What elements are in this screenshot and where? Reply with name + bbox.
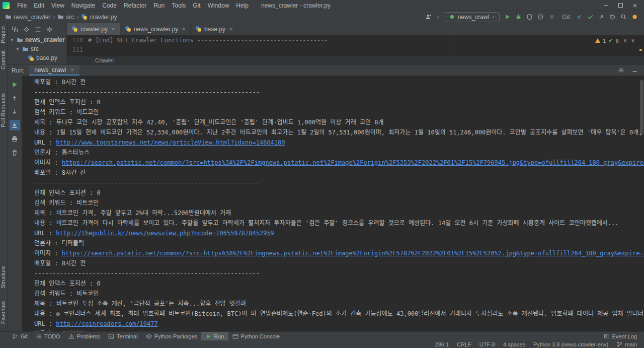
tool-window-button-commit[interactable]: Commit [0, 50, 8, 69]
console-text: 배포일 : 8시간 전 [34, 169, 86, 176]
toolwindow-button-terminal[interactable]: Terminal [104, 332, 142, 340]
maximize-icon[interactable] [618, 3, 623, 8]
python-interpreter[interactable]: Python 3.8 (news-crawler-env) [533, 341, 608, 347]
console-link[interactable]: http://thepublic.kr/news/newsview.php?nc… [56, 230, 274, 237]
close-icon[interactable]: × [70, 66, 74, 73]
debug-icon[interactable] [515, 14, 522, 20]
close-icon[interactable]: × [182, 26, 186, 32]
tool-window-button-project[interactable]: Project [0, 26, 8, 43]
code-with-me-icon[interactable] [425, 14, 432, 20]
console-link[interactable]: http://www.topstarnews.net/news/articleV… [56, 139, 285, 146]
toolwindow-button-python-packages[interactable]: Python Packages [142, 332, 202, 340]
python-icon [71, 26, 78, 32]
menu-help[interactable]: Help [232, 1, 252, 10]
tool-window-button-structure[interactable]: Structure [0, 266, 8, 289]
minimize-icon[interactable] [604, 5, 608, 6]
close-icon[interactable]: × [229, 26, 233, 32]
toolwindow-button-label: Python Console [241, 333, 280, 339]
console-text: 현재 인덱스 포지션 : 0 [34, 280, 101, 287]
scrollbar[interactable] [640, 80, 643, 135]
run-config-selector[interactable]: news_crawl [445, 12, 500, 22]
line-number: 110 [67, 36, 83, 45]
toolwindow-button-todo[interactable]: TODO [32, 332, 64, 340]
todo-icon [36, 333, 42, 339]
menu-code[interactable]: Code [99, 1, 120, 10]
console-link[interactable]: http://coinreaders.com/19477 [56, 320, 157, 327]
chevron-down-icon[interactable]: ▾ [10, 37, 15, 42]
search-icon[interactable] [620, 14, 627, 20]
settings-icon[interactable] [46, 26, 53, 33]
console-link[interactable]: https://search.pstatic.net/common/?src=h… [62, 159, 644, 166]
stop-icon[interactable] [548, 14, 555, 20]
rollback-icon[interactable] [609, 14, 616, 20]
breadcrumb-item-src[interactable]: src [56, 14, 75, 21]
print-icon[interactable] [10, 133, 20, 144]
notifications-icon[interactable] [631, 14, 638, 20]
menu-git[interactable]: Git [189, 1, 204, 10]
close-icon[interactable]: × [633, 3, 637, 8]
menu-view[interactable]: View [48, 1, 68, 10]
toolwindow-button-git[interactable]: Git [8, 332, 32, 340]
close-icon[interactable]: × [111, 26, 115, 32]
profiler-icon[interactable] [537, 14, 544, 20]
run-icon[interactable] [504, 14, 511, 20]
tree-item-src[interactable]: ▾src [8, 44, 66, 53]
menu-tools[interactable]: Tools [168, 1, 189, 10]
menu-window[interactable]: Window [204, 1, 233, 10]
coverage-icon[interactable] [526, 14, 533, 20]
git-label: Git: [562, 14, 572, 21]
git-branch-widget[interactable]: main [616, 341, 637, 347]
rerun-icon[interactable] [10, 79, 20, 90]
toolwindow-button-run[interactable]: Run [201, 332, 228, 340]
editor[interactable]: 110111 # [End] NFT Crawler Functions ---… [67, 35, 644, 56]
line-ending[interactable]: CRLF [457, 341, 471, 347]
breadcrumb-scope[interactable]: Crawler [95, 57, 114, 63]
pycharm-window: FileEditViewNavigateCodeRefactorRunTools… [0, 0, 644, 348]
tree-item-base-py[interactable]: base.py [8, 53, 66, 62]
tool-window-button-favorites[interactable]: Favorites [0, 301, 8, 324]
run-panel-header: Run: news_crawl × [8, 65, 644, 76]
console-link[interactable]: https://search.pstatic.net/common/?src=h… [62, 250, 644, 257]
breadcrumb-item-crawler-py[interactable]: crawler.py [80, 14, 118, 21]
caret-position[interactable]: 286:1 [435, 341, 449, 347]
chevron-down-icon[interactable]: ▾ [15, 46, 20, 51]
folder-icon [17, 37, 23, 43]
run-tab[interactable]: news_crawl × [29, 65, 79, 76]
toolwindow-button-problems[interactable]: Problems [64, 332, 104, 340]
clear-icon[interactable] [10, 147, 20, 158]
tool-window-button-pull-requests[interactable]: Pull Requests [0, 93, 8, 127]
window-title: news_crawler - crawler.py [261, 2, 331, 9]
arrow-up-icon[interactable] [10, 93, 20, 103]
console-text: 내용 : ◎ 코인리더스 세계 최초, 최대 암호화폐 비트코인(Bitcoin… [34, 310, 644, 317]
view-options-icon[interactable] [12, 26, 18, 33]
code-area[interactable]: # [End] NFT Crawler Functions ----------… [88, 35, 644, 56]
chevron-down-icon[interactable] [436, 15, 440, 19]
toolwindow-button-event-log[interactable]: Event Log [599, 332, 641, 340]
menu-run[interactable]: Run [150, 1, 168, 10]
inspections-widget[interactable]: 1 ✔ 6 ∧ ∨ [595, 37, 636, 44]
arrow-down-icon[interactable] [10, 106, 20, 117]
breadcrumb-item-news-crawler[interactable]: news_crawler [4, 14, 51, 21]
menu-navigate[interactable]: Navigate [68, 1, 99, 10]
indent-style[interactable]: 4 spaces [503, 341, 525, 347]
menu-edit[interactable]: Edit [30, 1, 48, 10]
prev-next-inspection-icons[interactable]: ∧ ∨ [623, 37, 636, 44]
commit-icon[interactable] [587, 14, 594, 20]
update-project-icon[interactable] [576, 14, 583, 20]
run-icon [205, 333, 211, 339]
editor-tab-base-py[interactable]: base.py× [191, 23, 238, 35]
locate-icon[interactable] [23, 26, 30, 33]
file-encoding[interactable]: UTF-8 [479, 341, 495, 347]
settings-icon[interactable] [618, 67, 624, 74]
hide-icon[interactable] [631, 67, 638, 74]
editor-tab-news-crawler-py[interactable]: news_crawler.py× [120, 23, 191, 35]
menu-file[interactable]: File [14, 1, 30, 10]
menu-refactor[interactable]: Refactor [120, 1, 150, 10]
editor-tab-crawler-py[interactable]: crawler.py× [67, 23, 120, 35]
tree-item-news-crawler[interactable]: ▾news_crawler [8, 35, 66, 44]
collapse-all-icon[interactable] [35, 26, 41, 33]
scroll-end-icon[interactable] [10, 120, 20, 130]
console-output[interactable]: 배포일 : 8시간 전-----------------------------… [22, 76, 644, 331]
toolwindow-button-python-console[interactable]: Python Console [228, 332, 284, 340]
push-icon[interactable] [598, 14, 605, 20]
